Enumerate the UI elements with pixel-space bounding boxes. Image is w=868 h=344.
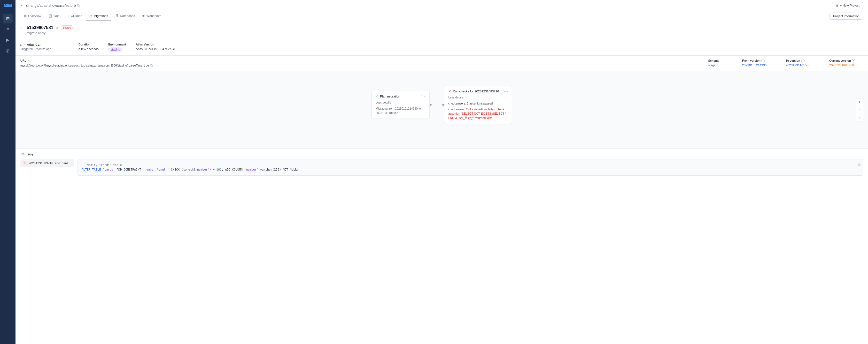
flow-nodes-container: ✓ Plan migration 1μs Less details Migrat… — [20, 76, 863, 134]
flow-diagram: ✓ Plan migration 1μs Less details Migrat… — [16, 71, 868, 148]
list-item[interactable]: 20231231083716_add_card_... — [20, 159, 73, 167]
plan-migration-title: ✓ Plan migration — [376, 94, 400, 98]
databases-icon: 🗄 — [115, 14, 118, 18]
tab-webhooks[interactable]: ⊕ Webhooks — [139, 11, 164, 21]
tab-ci-runs-label: CI Runs — [71, 14, 82, 18]
copy-path-button[interactable]: ⧉ — [77, 3, 80, 7]
run-checks-header: ✕ Run checks for 20231231083716 15ms — [448, 89, 508, 93]
url-value: mysql://root:xxxxx@mysql-staging.ent.us-… — [20, 64, 149, 67]
run-checks-label: Run checks for 20231231083716 — [453, 90, 499, 93]
file-error-icon — [23, 161, 27, 165]
file-name: 20231231083716_add_card_... — [29, 161, 72, 165]
breadcrumb-path: ariga/atlas-showcase/estore — [31, 3, 76, 7]
tab-ci-runs[interactable]: ⊞ CI Runs — [63, 11, 86, 21]
url-copy-button[interactable]: ⧉ — [150, 63, 153, 68]
current-version-info-icon[interactable]: i — [852, 59, 855, 62]
new-project-button[interactable]: ⊕ + New Project — [832, 2, 863, 9]
atlas-version-value: Atlas CLI v0.19.1-347e2f5-c... — [135, 47, 177, 51]
tab-doc[interactable]: 📋 Doc — [45, 11, 63, 21]
sidebar-icon-circle[interactable]: ◎ — [3, 46, 12, 56]
tab-databases[interactable]: 🗄 Databases — [112, 11, 138, 21]
file-list: 20231231083716_add_card_... ⧉ -- Modify … — [20, 159, 863, 176]
tab-webhooks-label: Webhooks — [146, 14, 161, 18]
webhooks-icon: ⊕ — [142, 14, 145, 18]
run-checks-node: ✕ Run checks for 20231231083716 15ms Les… — [444, 85, 512, 124]
breadcrumb: ← 🏷 ariga/atlas-showcase/estore ⧉ — [20, 3, 80, 8]
migration-meta-row1: □→ Atlas CLI Triggered 5 months ago Dura… — [16, 39, 868, 56]
doc-icon: 📋 — [49, 14, 52, 18]
logo: atlas — [3, 3, 12, 8]
zoom-fit-button[interactable]: ⤢ — [856, 114, 863, 121]
duration-label: Duration — [79, 43, 99, 46]
tab-databases-label: Databases — [120, 14, 135, 18]
zoom-divider — [856, 106, 863, 106]
file-content: ⧉ -- Modify "cards" table ALTER TABLE `c… — [78, 159, 863, 176]
migration-back-button[interactable]: ← — [20, 26, 24, 30]
from-version-info-icon[interactable]: i — [762, 59, 765, 62]
plan-migration-node: ✓ Plan migration 1μs Less details Migrat… — [372, 91, 430, 119]
duration-value: a few seconds — [79, 47, 99, 51]
plan-migration-toggle[interactable]: Less details — [376, 101, 391, 104]
environment-label: Environment — [108, 43, 126, 46]
run-checks-error-icon: ✕ — [448, 89, 451, 93]
duration-meta: Duration a few seconds — [79, 43, 99, 51]
zoom-controls: + − ⤢ — [856, 98, 863, 122]
breadcrumb-icon: 🏷 — [26, 4, 29, 7]
to-version-meta: To version i 20231231101555 — [786, 59, 819, 68]
migration-meta-row2: URL ↗ mysql://root:xxxxx@mysql-staging.e… — [16, 56, 868, 71]
ci-runs-icon: ⊞ — [67, 14, 69, 18]
code-line: ALTER TABLE `cards` ADD CONSTRAINT `numb… — [82, 167, 859, 172]
tab-migrations-label: Migrations — [93, 14, 108, 18]
migrations-icon: ◷ — [89, 14, 92, 18]
current-version-label: Current version — [829, 59, 851, 62]
current-version-value[interactable]: 20231231083716 — [829, 63, 863, 67]
trigger-sub: Triggered 5 months ago — [20, 47, 69, 51]
run-checks-toggle[interactable]: Less details — [448, 96, 464, 99]
nav-tabs: ▦ Overview 📋 Doc ⊞ CI Runs ◷ Migrations … — [16, 11, 868, 21]
back-button[interactable]: ← — [20, 3, 24, 8]
environment-value: staging — [108, 47, 126, 51]
to-version-label: To version — [786, 59, 800, 62]
sidebar: atlas ⊞ ≡ ▶ ◎ — [0, 0, 16, 344]
tab-migrations[interactable]: ◷ Migrations — [86, 11, 112, 21]
plan-migration-time: 1μs — [421, 95, 426, 98]
file-sidebar: 20231231083716_add_card_... — [20, 159, 73, 176]
sidebar-icon-grid[interactable]: ⊞ — [3, 14, 12, 24]
schema-meta: Schema staging — [708, 59, 733, 68]
plan-migration-success-icon: ✓ — [376, 94, 378, 98]
schema-label: Schema — [708, 59, 733, 62]
to-version-value[interactable]: 20231231101555 — [786, 63, 819, 67]
project-information-button[interactable]: Project Information — [830, 12, 863, 20]
zoom-in-button[interactable]: + — [856, 99, 863, 105]
tabs-list: ▦ Overview 📋 Doc ⊞ CI Runs ◷ Migrations … — [20, 11, 165, 21]
files-header: 1 File — [20, 152, 863, 156]
connector-line — [432, 105, 442, 105]
tab-overview[interactable]: ▦ Overview — [20, 11, 44, 21]
external-link-icon[interactable]: ↗ — [27, 59, 30, 62]
files-count: 1 — [20, 152, 26, 156]
atlas-version-meta: Atlas Version Atlas CLI v0.19.1-347e2f5-… — [135, 43, 177, 51]
zoom-divider-2 — [856, 114, 863, 114]
from-version-value[interactable]: 20230101214930 — [742, 63, 776, 67]
overview-icon: ▦ — [24, 14, 27, 18]
files-section: 1 File 20231231083716_add_card_... ⧉ -- … — [16, 148, 868, 179]
migration-header: ← 51539607581 ⧉ Failed migrate apply — [16, 21, 868, 39]
to-version-info-icon[interactable]: i — [801, 59, 805, 62]
zoom-out-button[interactable]: − — [856, 106, 863, 113]
plus-icon: ⊕ — [836, 4, 838, 7]
environment-meta: Environment staging — [108, 43, 126, 51]
migration-id-copy-button[interactable]: ⧉ — [56, 26, 58, 30]
copy-code-button[interactable]: ⧉ — [858, 162, 861, 167]
plan-migration-body: Migrating from 20230101214930 to 2023123… — [376, 106, 426, 115]
sidebar-icon-play[interactable]: ▶ — [3, 35, 12, 45]
current-version-meta: Current version i 20231231083716 — [829, 59, 863, 68]
trigger-label: Atlas CLI — [27, 43, 40, 46]
trigger-meta: □→ Atlas CLI Triggered 5 months ago — [20, 43, 69, 51]
run-checks-time: 15ms — [501, 90, 508, 93]
url-meta: URL ↗ mysql://root:xxxxx@mysql-staging.e… — [20, 59, 699, 68]
sidebar-icon-list[interactable]: ≡ — [3, 25, 12, 34]
connector-left-dot — [430, 104, 432, 106]
atlas-version-label: Atlas Version — [135, 43, 177, 46]
connector-right-dot — [442, 104, 444, 106]
tab-doc-label: Doc — [54, 14, 59, 18]
